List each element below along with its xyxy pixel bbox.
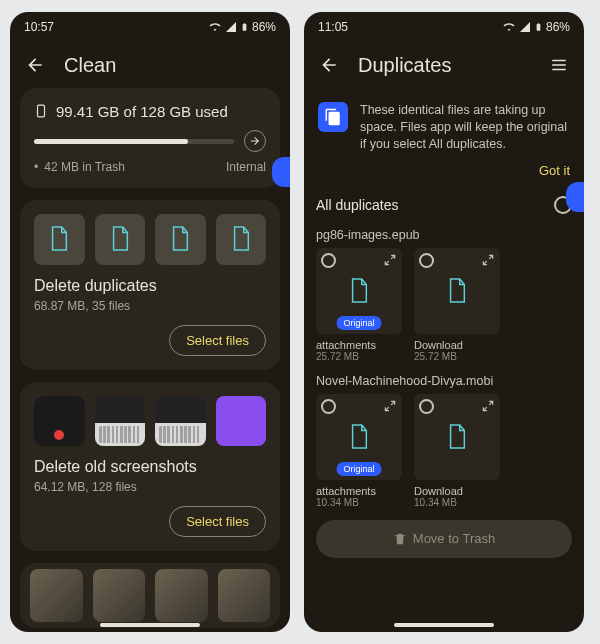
battery-icon: [534, 20, 543, 34]
file-radio[interactable]: [321, 253, 336, 268]
trash-text: 42 MB in Trash: [34, 160, 125, 174]
phone-icon: [34, 102, 48, 120]
duplicates-screen: 11:05 86% Duplicates These identical fil…: [304, 12, 584, 632]
thumbnail[interactable]: [95, 214, 146, 265]
file-size: 25.72 MB: [414, 351, 500, 362]
file-tile[interactable]: Original: [316, 248, 402, 334]
file-folder: Download: [414, 485, 500, 497]
file-radio[interactable]: [419, 253, 434, 268]
original-badge: Original: [336, 462, 381, 476]
expand-icon[interactable]: [383, 253, 397, 271]
file-tile[interactable]: [414, 248, 500, 334]
storage-text: 99.41 GB of 128 GB used: [56, 103, 228, 120]
file-tile[interactable]: [414, 394, 500, 480]
expand-icon[interactable]: [383, 399, 397, 417]
floating-action[interactable]: [272, 157, 290, 187]
select-files-button[interactable]: Select files: [169, 325, 266, 356]
thumbnail[interactable]: [155, 214, 206, 265]
storage-details-button[interactable]: [244, 130, 266, 152]
title-bar: Duplicates: [304, 42, 584, 88]
card-subtitle: 64.12 MB, 128 files: [34, 480, 266, 494]
signal-icon: [519, 21, 531, 33]
clean-screen: 10:57 86% Clean 99.41 GB of 128 GB used: [10, 12, 290, 632]
storage-progress: [34, 139, 234, 144]
storage-location: Internal: [226, 160, 266, 174]
battery-label: 86%: [546, 20, 570, 34]
thumbnail[interactable]: [30, 569, 83, 622]
select-files-button[interactable]: Select files: [169, 506, 266, 537]
thumbnail[interactable]: [155, 396, 206, 447]
status-bar: 10:57 86%: [10, 12, 290, 42]
move-to-trash-label: Move to Trash: [413, 531, 495, 546]
banner-text: These identical files are taking up spac…: [360, 102, 570, 153]
thumbnail[interactable]: [93, 569, 146, 622]
file-size: 10.34 MB: [414, 497, 500, 508]
card-title: Delete duplicates: [34, 277, 266, 295]
gesture-bar: [394, 623, 494, 627]
gotit-button[interactable]: Got it: [539, 163, 570, 178]
all-duplicates-row[interactable]: All duplicates: [304, 188, 584, 222]
original-badge: Original: [336, 316, 381, 330]
floating-action[interactable]: [566, 182, 584, 212]
trash-icon: [393, 532, 407, 546]
thumbnail[interactable]: [155, 569, 208, 622]
file-size: 10.34 MB: [316, 497, 402, 508]
thumbnail[interactable]: [218, 569, 271, 622]
expand-icon[interactable]: [481, 399, 495, 417]
content: 99.41 GB of 128 GB used 42 MB in Trash I…: [10, 88, 290, 632]
file-radio[interactable]: [321, 399, 336, 414]
file-size: 25.72 MB: [316, 351, 402, 362]
gesture-bar: [100, 623, 200, 627]
svg-rect-0: [38, 105, 45, 117]
thumbnail[interactable]: [34, 396, 85, 447]
info-banner: These identical files are taking up spac…: [304, 88, 584, 159]
wifi-icon: [502, 21, 516, 33]
card-subtitle: 68.87 MB, 35 files: [34, 299, 266, 313]
thumbnail[interactable]: [95, 396, 146, 447]
back-button[interactable]: [318, 54, 340, 76]
status-bar: 11:05 86%: [304, 12, 584, 42]
all-duplicates-label: All duplicates: [316, 197, 399, 213]
group-name: pg86-images.epub: [304, 222, 584, 248]
info-icon: [318, 102, 348, 132]
thumbnail[interactable]: [216, 396, 267, 447]
partial-card: [20, 563, 280, 628]
file-folder: Download: [414, 339, 500, 351]
wifi-icon: [208, 21, 222, 33]
file-radio[interactable]: [419, 399, 434, 414]
duplicates-card: Delete duplicates 68.87 MB, 35 files Sel…: [20, 200, 280, 370]
title-bar: Clean: [10, 42, 290, 88]
clock: 11:05: [318, 20, 348, 34]
view-toggle-button[interactable]: [548, 54, 570, 76]
signal-icon: [225, 21, 237, 33]
battery-label: 86%: [252, 20, 276, 34]
file-folder: attachments: [316, 485, 402, 497]
page-title: Clean: [64, 54, 116, 77]
clock: 10:57: [24, 20, 54, 34]
file-folder: attachments: [316, 339, 402, 351]
group-name: Novel-Machinehood-Divya.mobi: [304, 368, 584, 394]
thumbnail[interactable]: [34, 214, 85, 265]
file-tile[interactable]: Original: [316, 394, 402, 480]
move-to-trash-button[interactable]: Move to Trash: [316, 520, 572, 558]
back-button[interactable]: [24, 54, 46, 76]
storage-card[interactable]: 99.41 GB of 128 GB used 42 MB in Trash I…: [20, 88, 280, 188]
screenshots-card: Delete old screenshots 64.12 MB, 128 fil…: [20, 382, 280, 552]
battery-icon: [240, 20, 249, 34]
card-title: Delete old screenshots: [34, 458, 266, 476]
expand-icon[interactable]: [481, 253, 495, 271]
page-title: Duplicates: [358, 54, 451, 77]
thumbnail[interactable]: [216, 214, 267, 265]
